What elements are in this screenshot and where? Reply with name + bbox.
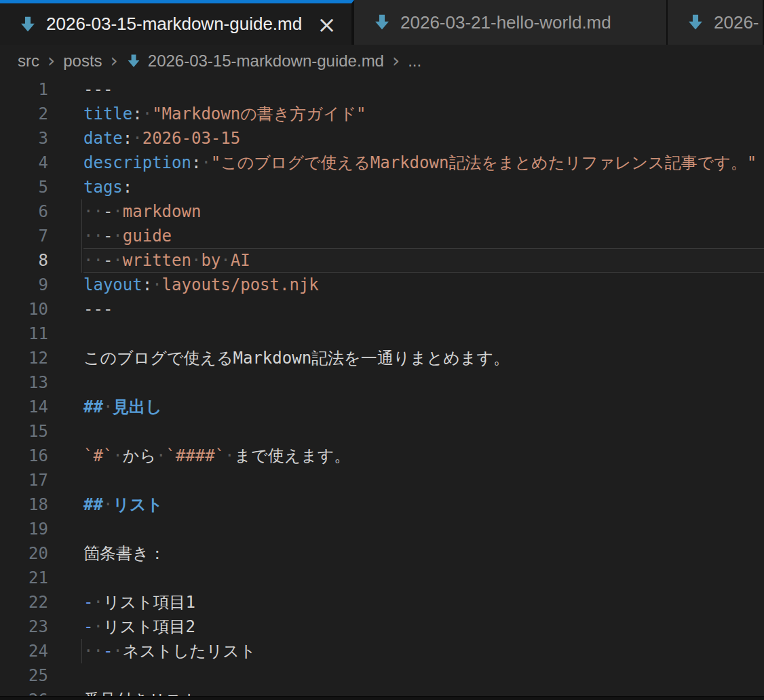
- token-ws: ·: [221, 251, 230, 270]
- code-line[interactable]: 2title:·"Markdownの書き方ガイド": [0, 102, 764, 126]
- code-line[interactable]: 11: [0, 322, 764, 346]
- code-line[interactable]: 24··-·ネストしたリスト: [0, 639, 764, 663]
- breadcrumb-item-src[interactable]: src: [18, 52, 39, 71]
- code-line[interactable]: 13: [0, 370, 764, 395]
- code-content: [83, 322, 764, 346]
- breadcrumb-item-file[interactable]: 2026-03-15-markdown-guide.md: [148, 52, 384, 71]
- code-content: `#`·から·`####`·まで使えます。: [83, 444, 764, 468]
- token-ws: ·: [113, 202, 122, 221]
- code-line[interactable]: 17: [0, 468, 764, 492]
- token-punc: ---: [83, 300, 113, 319]
- token-ws: ·: [225, 446, 234, 465]
- code-content: date:·2026-03-15: [83, 126, 764, 151]
- token-text: 番号付きリスト：: [83, 691, 215, 696]
- code-content: description:·"このブログで使えるMarkdown記法をまとめたリフ…: [83, 151, 764, 175]
- token-ws: ·: [142, 104, 152, 123]
- line-number: 7: [0, 224, 48, 248]
- breadcrumb-item-ellipsis[interactable]: ...: [408, 52, 421, 71]
- code-line[interactable]: 9layout:·layouts/post.njk: [0, 273, 764, 297]
- code-line[interactable]: 21: [0, 566, 764, 590]
- chevron-right-icon: ›: [47, 52, 55, 71]
- tab-hello-world[interactable]: 2026-03-21-hello-world.md: [354, 0, 668, 45]
- vscode-window: 2026-03-15-markdown-guide.md × 2026-03-2…: [0, 0, 764, 700]
- line-number: 24: [0, 639, 48, 663]
- token-head: リスト: [113, 495, 163, 514]
- breadcrumb-item-posts[interactable]: posts: [63, 52, 102, 71]
- code-content: 箇条書き：: [83, 541, 764, 566]
- code-content: このブログで使えるMarkdown記法を一通りまとめます。: [83, 346, 764, 370]
- token-ws: ·: [113, 446, 122, 465]
- token-ws: ·: [201, 153, 210, 172]
- code-line[interactable]: 25: [0, 663, 764, 688]
- code-line[interactable]: 18##·リスト: [0, 492, 764, 517]
- editor[interactable]: 1---2title:·"Markdownの書き方ガイド"3date:·2026…: [0, 77, 764, 696]
- token-key: tags: [83, 178, 123, 197]
- token-punc: -: [103, 251, 113, 270]
- line-number: 18: [0, 492, 48, 517]
- token-colon: :: [123, 129, 132, 148]
- token-ws: ··: [83, 227, 103, 246]
- code-content: ··-·written·by·AI: [83, 248, 764, 273]
- code-line[interactable]: 6··-·markdown: [0, 199, 764, 224]
- tab-truncated[interactable]: 2026-: [668, 0, 764, 45]
- line-number: 14: [0, 395, 48, 419]
- code-content: ##·リスト: [83, 492, 764, 517]
- token-text: このブログで使えるMarkdown記法を一通りまとめます。: [83, 349, 510, 368]
- token-ws: ·: [93, 617, 102, 636]
- code-line[interactable]: 4description:·"このブログで使えるMarkdown記法をまとめたリ…: [0, 151, 764, 175]
- code-line[interactable]: 12このブログで使えるMarkdown記法を一通りまとめます。: [0, 346, 764, 370]
- token-colon: :: [142, 275, 152, 294]
- tab-close-icon[interactable]: ×: [317, 13, 337, 36]
- token-punc: ---: [83, 80, 113, 99]
- line-number: 8: [0, 248, 48, 273]
- code-line[interactable]: 7··-·guide: [0, 224, 764, 248]
- code-line[interactable]: 1---: [0, 77, 764, 102]
- tab-markdown-guide[interactable]: 2026-03-15-markdown-guide.md ×: [0, 0, 354, 45]
- token-str: by: [201, 251, 221, 270]
- code-line[interactable]: 3date:·2026-03-15: [0, 126, 764, 151]
- markdown-file-icon: [19, 15, 37, 34]
- code-line[interactable]: 5tags:: [0, 175, 764, 199]
- code-line[interactable]: 23-·リスト項目2: [0, 615, 764, 639]
- code-line[interactable]: 15: [0, 419, 764, 444]
- token-text: まで使えます。: [235, 446, 351, 465]
- token-ws: ·: [191, 251, 201, 270]
- code-line[interactable]: 20箇条書き：: [0, 541, 764, 566]
- token-ws: ··: [83, 202, 103, 221]
- code-line[interactable]: 8··-·written·by·AI: [0, 248, 764, 273]
- indent-guide: [81, 639, 82, 663]
- code-content: title:·"Markdownの書き方ガイド": [83, 102, 764, 126]
- tab-bar: 2026-03-15-markdown-guide.md × 2026-03-2…: [0, 0, 764, 45]
- line-number: 5: [0, 175, 48, 199]
- code-line[interactable]: 26番号付きリスト：: [0, 688, 764, 696]
- indent-guide: [81, 199, 82, 224]
- token-str: AI: [231, 251, 250, 270]
- line-number: 23: [0, 615, 48, 639]
- line-number: 15: [0, 419, 48, 444]
- code-line[interactable]: 19: [0, 517, 764, 541]
- chevron-right-icon: ›: [392, 52, 400, 71]
- code-content: ··-·markdown: [83, 199, 764, 224]
- token-key: title: [83, 104, 132, 123]
- token-ws: ·: [93, 593, 102, 612]
- token-punc: -: [103, 227, 113, 246]
- code-line[interactable]: 10---: [0, 297, 764, 322]
- line-number: 3: [0, 126, 48, 151]
- token-key: date: [83, 129, 123, 148]
- line-number: 25: [0, 663, 48, 688]
- line-number: 20: [0, 541, 48, 566]
- code-line[interactable]: 16`#`·から·`####`·まで使えます。: [0, 444, 764, 468]
- markdown-file-icon: [373, 13, 391, 32]
- code-content: -·リスト項目1: [83, 590, 764, 615]
- token-dashm: -: [103, 642, 113, 661]
- code-content: [83, 566, 764, 590]
- line-number: 4: [0, 151, 48, 175]
- code-line[interactable]: 22-·リスト項目1: [0, 590, 764, 615]
- code-content: ---: [83, 297, 764, 322]
- token-head: 見出し: [113, 397, 162, 416]
- code-content: [83, 419, 764, 444]
- token-str: written: [123, 251, 191, 270]
- code-line[interactable]: 14##·見出し: [0, 395, 764, 419]
- token-ws: ·: [113, 642, 122, 661]
- line-number: 16: [0, 444, 48, 468]
